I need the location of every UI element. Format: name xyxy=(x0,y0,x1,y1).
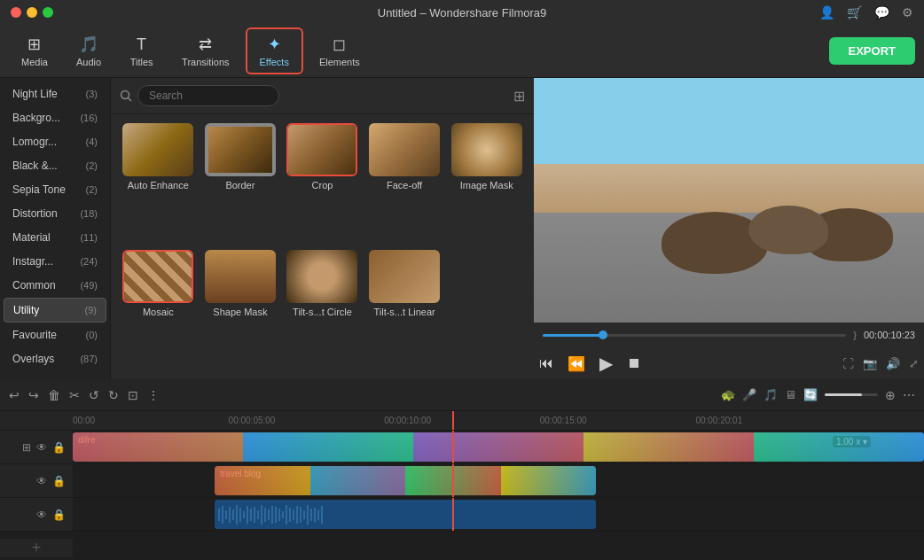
loop-icon[interactable]: 🔄 xyxy=(803,388,818,401)
sidebar-item-material[interactable]: Material (11) xyxy=(4,226,106,249)
more-options-button[interactable]: ⋯ xyxy=(903,388,915,402)
preview-right-icons: ⛶ 📷 🔊 ⤢ xyxy=(842,357,919,370)
minimize-button[interactable] xyxy=(27,7,37,18)
split-button[interactable]: ⋮ xyxy=(147,388,160,402)
effect-thumb-tiltlinear xyxy=(369,250,440,303)
cut-button[interactable]: ✂ xyxy=(69,388,80,402)
audio-clip[interactable] xyxy=(215,500,596,529)
effect-thumb-shapemask xyxy=(205,250,276,303)
effect-item-mosaic[interactable]: Mosaic xyxy=(120,250,197,371)
sidebar-item-nightlife[interactable]: Night Life (3) xyxy=(4,82,106,105)
add-track-button[interactable]: ⊕ xyxy=(885,388,896,402)
close-button[interactable] xyxy=(11,7,21,18)
toolbar-item-audio[interactable]: 🎵 Audio xyxy=(64,29,114,73)
timeline-track-playhead xyxy=(452,431,454,463)
sidebar-item-utility[interactable]: Utility (9) xyxy=(4,298,106,323)
export-button[interactable]: EXPORT xyxy=(829,37,915,65)
undo2-button[interactable]: ↺ xyxy=(89,388,99,402)
effect-label-imagemask: Image Mask xyxy=(460,180,513,191)
track-icon-eye-sub[interactable]: 👁 xyxy=(36,475,47,487)
message-icon[interactable]: 💬 xyxy=(874,5,889,19)
effect-thumb-crop xyxy=(286,123,357,176)
effects-search-input[interactable] xyxy=(137,85,279,106)
sidebar-item-sepia[interactable]: Sepia Tone (2) xyxy=(4,178,106,201)
delete-button[interactable]: 🗑 xyxy=(48,388,60,402)
effect-item-shapemask[interactable]: Shape Mask xyxy=(202,250,279,371)
audio-icon: 🎵 xyxy=(79,35,98,54)
stop-button[interactable]: ⏹ xyxy=(627,355,641,371)
redo2-button[interactable]: ↻ xyxy=(108,388,119,402)
effect-item-crop[interactable]: Crop xyxy=(284,123,361,245)
track-icon-eye-audio[interactable]: 👁 xyxy=(36,509,47,521)
preview-progress-bar[interactable] xyxy=(543,334,846,337)
sidebar-item-common[interactable]: Common (49) xyxy=(4,274,106,297)
video-preview xyxy=(534,78,924,323)
cart-icon[interactable]: 🛒 xyxy=(847,5,862,19)
transitions-icon: ⇄ xyxy=(199,35,212,54)
music-icon[interactable]: 🎵 xyxy=(763,388,778,401)
track-icon-lock-sub[interactable]: 🔒 xyxy=(52,475,66,487)
effect-thumb-border xyxy=(205,123,276,176)
sidebar-item-black[interactable]: Black &... (2) xyxy=(4,154,106,177)
sidebar-label-utility: Utility xyxy=(13,304,39,316)
effect-item-border[interactable]: Border xyxy=(202,123,279,245)
toolbar-item-media[interactable]: ⊞ Media xyxy=(9,29,60,73)
grid-view-icon[interactable]: ⊞ xyxy=(513,88,525,105)
add-track-row-button[interactable]: + xyxy=(0,539,73,557)
sidebar-item-favourite[interactable]: Favourite (0) xyxy=(4,323,106,346)
effect-item-auto-enhance[interactable]: Auto Enhance xyxy=(120,123,197,245)
media-label: Media xyxy=(21,57,48,67)
sidebar-item-lomography[interactable]: Lomogr... (4) xyxy=(4,130,106,153)
sidebar-count-utility: (9) xyxy=(85,305,97,315)
redo-button[interactable]: ↪ xyxy=(28,388,39,402)
skip-back-button[interactable]: ⏮ xyxy=(539,355,553,371)
effect-item-tiltcircle[interactable]: Tilt-s...t Circle xyxy=(284,250,361,371)
toolbar-item-transitions[interactable]: ⇄ Transitions xyxy=(169,29,241,73)
video-clip-main[interactable]: difre 1.00 x ▾ xyxy=(73,432,924,462)
timeline-area: ↩ ↪ 🗑 ✂ ↺ ↻ ⊡ ⋮ 🐢 🎤 🎵 🖥 🔄 ⊕ ⋯ 00:00 00:0… xyxy=(0,379,924,560)
speed-icon[interactable]: 🐢 xyxy=(721,388,735,401)
sidebar-label-overlays: Overlays xyxy=(12,353,54,365)
effect-item-tiltlinear[interactable]: Tilt-s...t Linear xyxy=(366,250,443,371)
toolbar-item-elements[interactable]: ◻ Elements xyxy=(307,29,372,73)
undo-button[interactable]: ↩ xyxy=(9,388,20,402)
track-icon-eye[interactable]: 👁 xyxy=(36,441,47,454)
sidebar-item-overlays[interactable]: Overlays (87) xyxy=(4,347,106,370)
track-row-video-main: ⊞ 👁 🔒 difre 1.00 x ▾ xyxy=(0,431,924,464)
snapshot-icon[interactable]: 📷 xyxy=(863,357,877,370)
track-icon-lock[interactable]: 🔒 xyxy=(52,441,66,454)
sidebar-item-background[interactable]: Backgro... (16) xyxy=(4,106,106,129)
traffic-lights[interactable] xyxy=(11,7,53,18)
crop-button[interactable]: ⊡ xyxy=(128,388,138,402)
media-icon: ⊞ xyxy=(27,35,41,54)
step-back-button[interactable]: ⏪ xyxy=(568,355,585,372)
sidebar-count-distortion: (18) xyxy=(80,208,98,219)
titles-label: Titles xyxy=(130,57,153,67)
maximize-button[interactable] xyxy=(43,7,53,18)
preview-progress-dot xyxy=(599,331,607,339)
effect-label-shapemask: Shape Mask xyxy=(213,307,267,317)
play-button[interactable]: ▶ xyxy=(599,353,613,374)
track-icon-lock-audio[interactable]: 🔒 xyxy=(52,509,66,521)
track-controls-video: ⊞ 👁 🔒 xyxy=(0,431,73,463)
sidebar-item-instagram[interactable]: Instagr... (24) xyxy=(4,250,106,273)
toolbar-item-titles[interactable]: T Titles xyxy=(117,30,166,73)
sidebar-count-instagram: (24) xyxy=(80,256,98,267)
effect-item-imagemask[interactable]: Image Mask xyxy=(448,123,525,245)
track-controls-sub: 👁 🔒 xyxy=(0,464,73,497)
expand-icon[interactable]: ⤢ xyxy=(909,357,919,370)
monitor-icon[interactable]: 🖥 xyxy=(785,388,796,401)
mic-icon[interactable]: 🎤 xyxy=(742,388,756,401)
effect-item-faceoff[interactable]: Face-off xyxy=(366,123,443,245)
toolbar-item-effects[interactable]: ✦ Effects xyxy=(246,27,303,74)
timeline-playhead[interactable] xyxy=(452,411,454,430)
track-controls-audio: 👁 🔒 xyxy=(0,498,73,531)
volume-icon[interactable]: 🔊 xyxy=(886,357,900,370)
settings-icon[interactable]: ⚙ xyxy=(902,5,913,19)
titles-icon: T xyxy=(137,35,146,54)
sidebar-item-distortion[interactable]: Distortion (18) xyxy=(4,202,106,225)
fullscreen-icon[interactable]: ⛶ xyxy=(842,357,854,370)
track-icon-layers[interactable]: ⊞ xyxy=(22,441,31,454)
account-icon[interactable]: 👤 xyxy=(819,5,834,19)
timeline-volume-slider[interactable] xyxy=(825,393,878,396)
